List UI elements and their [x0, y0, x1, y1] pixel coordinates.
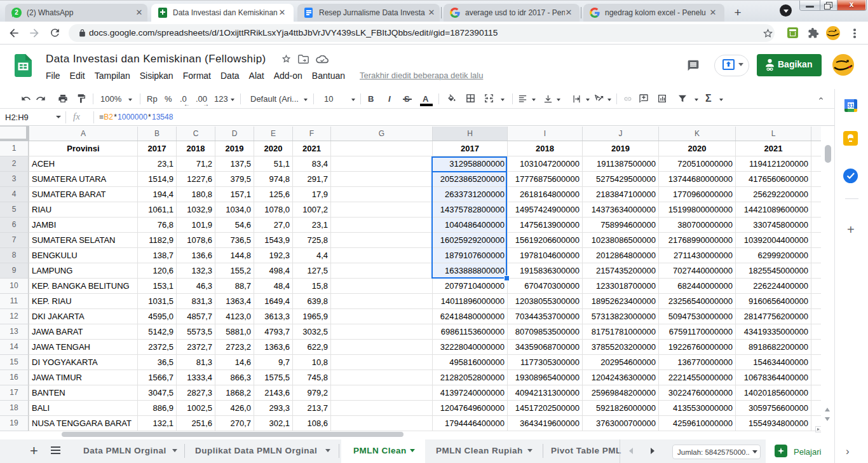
svg-text:31: 31: [848, 102, 854, 109]
